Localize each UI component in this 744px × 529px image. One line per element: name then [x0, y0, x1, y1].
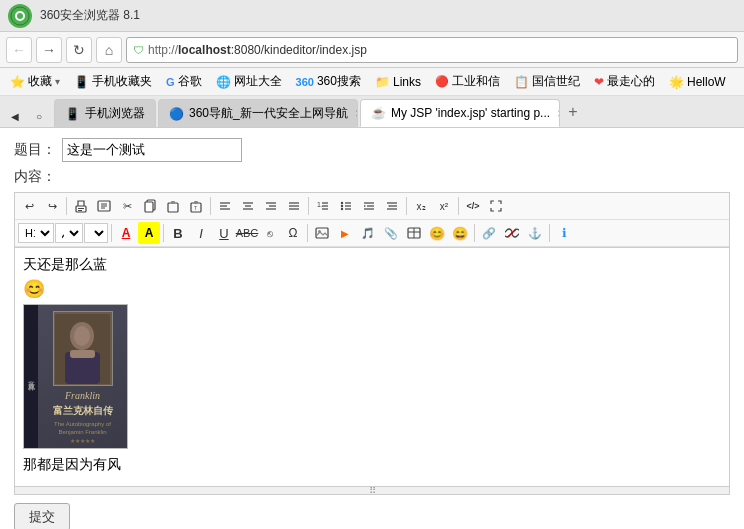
editor-content-area[interactable]: 天还是那么蓝 😊 富兰克林	[14, 247, 730, 487]
italic-button[interactable]: I	[190, 222, 212, 244]
tabs-bar: ◀ ○ 📱 手机浏览器 🔵 360导航_新一代安全上网导航 ✕ ☕ My JSP…	[0, 96, 744, 128]
book-title-english: The Autobiography ofBenjamin Franklin	[54, 420, 111, 437]
folder-icon: 📁	[375, 75, 390, 89]
svg-point-34	[341, 205, 343, 207]
bookmark-google[interactable]: G 谷歌	[162, 71, 206, 92]
content-row: 内容：	[14, 168, 730, 186]
size-select[interactable]: T	[84, 223, 108, 243]
bookmark-guoxin[interactable]: 📋 国信世纪	[510, 71, 584, 92]
align-center-button[interactable]	[237, 195, 259, 217]
svg-point-35	[341, 208, 343, 210]
sep1	[66, 197, 67, 215]
tab-mobile-browser[interactable]: 📱 手机浏览器	[54, 99, 156, 127]
table-button[interactable]	[403, 222, 425, 244]
flash-button[interactable]: ▶	[334, 222, 356, 244]
guoxin-icon: 📋	[514, 75, 529, 89]
back-button[interactable]: ←	[6, 37, 32, 63]
sep4	[406, 197, 407, 215]
sep2	[210, 197, 211, 215]
bookmark-360search[interactable]: 360360搜索	[292, 71, 365, 92]
tab-360nav[interactable]: 🔵 360导航_新一代安全上网导航 ✕	[158, 99, 358, 127]
bold-button[interactable]: B	[167, 222, 189, 244]
industry-icon: 🔴	[435, 75, 449, 88]
link-button[interactable]: 🔗	[478, 222, 500, 244]
fullscreen-button[interactable]	[485, 195, 507, 217]
editor-resize-handle[interactable]: ⠿	[14, 487, 730, 495]
bookmark-heart[interactable]: ❤ 最走心的	[590, 71, 659, 92]
media-button[interactable]: 🎵	[357, 222, 379, 244]
ordered-list-button[interactable]: 1.	[312, 195, 334, 217]
subject-input[interactable]	[62, 138, 242, 162]
svg-marker-42	[364, 205, 366, 207]
refresh-button[interactable]: ↻	[66, 37, 92, 63]
book-title-chinese: 富兰克林自传	[53, 404, 113, 418]
underline-button[interactable]: U	[213, 222, 235, 244]
more-emoticon-button[interactable]: 😄	[449, 222, 471, 244]
copy-button[interactable]	[139, 195, 161, 217]
bookmark-webdaquan[interactable]: 🌐 网址大全	[212, 71, 286, 92]
paste-button[interactable]	[162, 195, 184, 217]
strikethrough-button[interactable]: ABC	[236, 222, 258, 244]
svg-rect-5	[78, 210, 82, 211]
editor-toolbar: ↩ ↪ ✂ T	[14, 192, 730, 247]
indent-button[interactable]	[358, 195, 380, 217]
editor-line-4: 那都是因为有风	[23, 456, 721, 474]
page-content: 题目： 内容： ↩ ↪ ✂ T	[0, 128, 744, 529]
bookmarks-bar: ⭐ 收藏 ▾ 📱 手机收藏夹 G 谷歌 🌐 网址大全 360360搜索 📁 Li…	[0, 68, 744, 96]
tab-menu-btn[interactable]: ○	[28, 105, 50, 127]
align-justify-button[interactable]	[283, 195, 305, 217]
sep7	[163, 224, 164, 242]
editor-line-1: 天还是那么蓝	[23, 256, 721, 274]
address-bar[interactable]: 🛡 http://localhost:8080/kindeditor/index…	[126, 37, 738, 63]
svg-text:1.: 1.	[317, 201, 323, 208]
svg-rect-13	[171, 201, 175, 204]
preview-button[interactable]	[93, 195, 115, 217]
tab-back-btn[interactable]: ◀	[4, 105, 26, 127]
align-right-button[interactable]	[260, 195, 282, 217]
redo-button[interactable]: ↪	[41, 195, 63, 217]
unordered-list-button[interactable]	[335, 195, 357, 217]
outdent-button[interactable]	[381, 195, 403, 217]
image-button[interactable]	[311, 222, 333, 244]
smiley-emoji: 😊	[23, 279, 45, 299]
star-icon: ⭐	[10, 75, 25, 89]
browser-logo	[8, 4, 32, 28]
special-char-button[interactable]: Ω	[282, 222, 304, 244]
home-button[interactable]: ⌂	[96, 37, 122, 63]
bookmark-mobile[interactable]: 📱 手机收藏夹	[70, 71, 156, 92]
heading-select[interactable]: H1H2H3p	[18, 223, 54, 243]
svg-rect-12	[168, 203, 178, 212]
print-button[interactable]	[70, 195, 92, 217]
bookmark-favorites[interactable]: ⭐ 收藏 ▾	[6, 71, 64, 92]
tab-close-jsp[interactable]: ✕	[557, 108, 560, 119]
svg-line-52	[508, 229, 516, 237]
dropdown-icon: ▾	[55, 76, 60, 87]
sep10	[549, 224, 550, 242]
undo-button[interactable]: ↩	[18, 195, 40, 217]
svg-point-33	[341, 202, 343, 204]
font-color-button[interactable]: A	[115, 222, 137, 244]
tab-close-360[interactable]: ✕	[355, 108, 358, 119]
tab-jsp-active[interactable]: ☕ My JSP 'index.jsp' starting p... ✕	[360, 99, 560, 127]
bookmark-hello[interactable]: 🌟 HelloW	[665, 73, 730, 91]
anchor-button[interactable]: ⚓	[524, 222, 546, 244]
attachment-button[interactable]: 📎	[380, 222, 402, 244]
superscript-button[interactable]: x²	[433, 195, 455, 217]
cut-button[interactable]: ✂	[116, 195, 138, 217]
subscript-button[interactable]: x₂	[410, 195, 432, 217]
align-left-button[interactable]	[214, 195, 236, 217]
help-button[interactable]: ℹ	[553, 222, 575, 244]
forward-button[interactable]: →	[36, 37, 62, 63]
submit-button[interactable]: 提交	[14, 503, 70, 529]
bg-color-button[interactable]: A	[138, 222, 160, 244]
sep9	[474, 224, 475, 242]
new-tab-button[interactable]: +	[560, 99, 586, 125]
clear-format-button[interactable]: ⎋	[259, 222, 281, 244]
bookmark-links[interactable]: 📁 Links	[371, 73, 425, 91]
emoticon-button[interactable]: 😊	[426, 222, 448, 244]
paste-text-button[interactable]: T	[185, 195, 207, 217]
bookmark-industry[interactable]: 🔴 工业和信	[431, 71, 504, 92]
unlink-button[interactable]	[501, 222, 523, 244]
font-select[interactable]: 𝒻	[55, 223, 83, 243]
source-button[interactable]: </>	[462, 195, 484, 217]
